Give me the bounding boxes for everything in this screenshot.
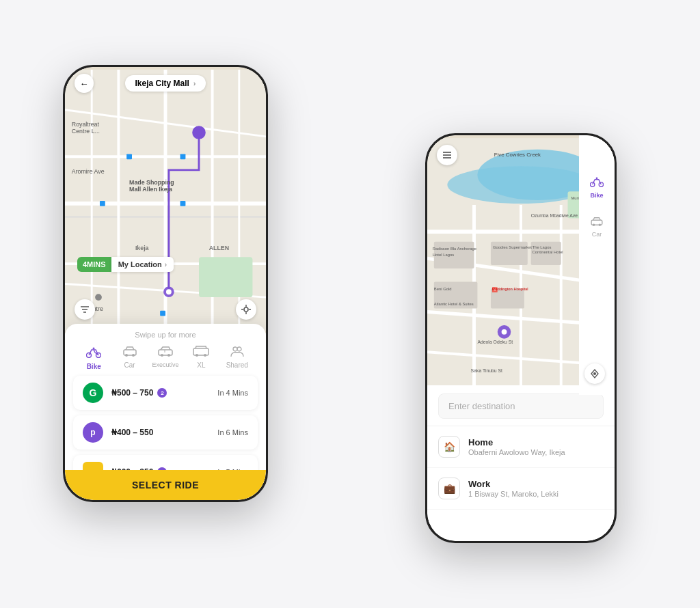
svg-rect-12 — [199, 257, 252, 297]
svg-point-44 — [132, 354, 135, 357]
svg-text:The Lagos: The Lagos — [533, 245, 552, 249]
svg-text:Centre L...: Centre L... — [72, 128, 100, 135]
destination-pill[interactable]: Ikeja City Mall › — [125, 75, 205, 92]
tab-car[interactable]: Car — [115, 346, 145, 370]
svg-point-47 — [167, 354, 170, 357]
sidebar-car-icon — [590, 215, 604, 230]
map-area-phone2: + Five Cowries Creek Ozumba Mbadiwe Ave … — [427, 135, 615, 395]
ride-eta-1: In 4 Mins — [217, 389, 248, 397]
chevron-icon: › — [193, 79, 196, 87]
work-info: Work 1 Bisway St, Maroko, Lekki — [468, 479, 558, 498]
svg-rect-45 — [159, 350, 172, 355]
tab-bike[interactable]: Bike — [79, 346, 109, 370]
svg-text:Continental Hotel: Continental Hotel — [533, 250, 563, 254]
svg-point-43 — [125, 354, 128, 357]
svg-point-93 — [596, 178, 598, 180]
provider-logo-p: p — [83, 422, 103, 443]
svg-rect-17 — [126, 154, 132, 159]
svg-text:Adeola Odeku St: Adeola Odeku St — [477, 340, 513, 344]
saved-location-work[interactable]: 💼 Work 1 Bisway St, Maroko, Lekki — [427, 468, 615, 510]
svg-point-96 — [599, 224, 602, 227]
phone-2: + Five Cowries Creek Ozumba Mbadiwe Ave … — [425, 133, 617, 543]
svg-point-46 — [161, 354, 163, 357]
ride-price-1: ₦500 – 750 2 — [111, 388, 209, 398]
tab-xl[interactable]: XL — [186, 346, 216, 370]
svg-text:ALLEN: ALLEN — [209, 245, 229, 252]
phone-1: Royaltreat Centre L... Aromire Ave Made … — [63, 65, 268, 502]
svg-text:Mall Allen Ikeja: Mall Allen Ikeja — [129, 186, 172, 193]
svg-point-53 — [237, 347, 241, 351]
saved-location-home[interactable]: 🏠 Home Obaferni Awolowo Way, Ikeja — [427, 426, 615, 468]
svg-text:Royaltreat: Royaltreat — [72, 121, 100, 128]
xl-icon — [193, 346, 209, 360]
ride-price-2: ₦400 – 550 — [111, 428, 209, 437]
svg-text:Five Cowries Creek: Five Cowries Creek — [494, 152, 541, 158]
hamburger-button[interactable] — [437, 145, 457, 165]
filter-icon[interactable] — [75, 299, 95, 320]
back-button[interactable]: ← — [75, 74, 94, 93]
ride-option-2[interactable]: p ₦400 – 550 In 6 Mins — [73, 415, 258, 450]
bottom-sheet-phone1: Swipe up for more Bike Car — [65, 324, 266, 500]
svg-rect-18 — [180, 154, 186, 159]
svg-point-50 — [196, 354, 198, 357]
svg-rect-49 — [193, 348, 208, 355]
svg-point-29 — [95, 294, 102, 301]
location-badge[interactable]: 4MINS My Location › — [77, 257, 174, 272]
sidebar-bike-icon — [590, 176, 604, 191]
mins-text: 4MINS — [77, 257, 111, 272]
my-location-text: My Location › — [111, 257, 174, 272]
sidebar-car-label: Car — [592, 231, 602, 238]
tab-car-label: Car — [124, 361, 135, 369]
svg-point-91 — [590, 182, 594, 186]
map-topbar: ← Ikeja City Mall › — [65, 75, 266, 92]
shared-icon — [230, 346, 245, 360]
svg-rect-20 — [180, 201, 186, 206]
badge-num-1: 2 — [157, 388, 167, 398]
gps-icon-phone2[interactable] — [584, 363, 605, 384]
map-area-phone1: Royaltreat Centre L... Aromire Ave Made … — [65, 67, 266, 333]
destination-text: Ikeja City Mall — [135, 79, 189, 88]
swipe-hint: Swipe up for more — [65, 324, 266, 343]
sidebar-tab-bike[interactable]: Bike — [590, 173, 604, 202]
ride-eta-2: In 6 Mins — [217, 428, 248, 437]
car-icon — [122, 346, 137, 360]
svg-point-41 — [93, 348, 95, 350]
select-ride-button[interactable]: SELECT RIDE — [65, 470, 266, 500]
tab-shared[interactable]: Shared — [222, 346, 252, 370]
svg-text:Reddington Hospital: Reddington Hospital — [492, 287, 528, 291]
tab-bike-label: Bike — [87, 363, 101, 370]
svg-text:Ozumba Mbadiwe Ave: Ozumba Mbadiwe Ave — [531, 213, 578, 218]
home-icon: 🏠 — [438, 436, 460, 458]
svg-text:Made Shopping: Made Shopping — [129, 179, 174, 186]
home-address: Obaferni Awolowo Way, Ikeja — [468, 448, 565, 456]
svg-text:Aromire Ave: Aromire Ave — [72, 168, 105, 175]
svg-point-34 — [244, 307, 248, 312]
work-address: 1 Bisway St, Maroko, Lekki — [468, 490, 558, 498]
svg-point-16 — [166, 289, 172, 294]
home-name: Home — [468, 437, 565, 447]
ride-option-1[interactable]: G ₦500 – 750 2 In 4 Mins — [73, 376, 258, 410]
bike-icon — [86, 346, 101, 361]
svg-rect-21 — [160, 311, 165, 316]
destination-input[interactable]: Enter destination — [438, 393, 604, 419]
svg-point-51 — [204, 354, 206, 357]
svg-rect-19 — [100, 201, 105, 206]
tab-executive[interactable]: Executive — [150, 346, 180, 370]
svg-point-90 — [593, 372, 596, 375]
gps-icon[interactable] — [236, 299, 256, 320]
provider-logo-g: G — [83, 383, 103, 403]
svg-text:Radisson Blu Anchorage: Radisson Blu Anchorage — [433, 247, 476, 251]
svg-point-71 — [502, 329, 507, 335]
svg-point-52 — [233, 347, 237, 351]
right-sidebar-phone2: Bike Car — [579, 135, 615, 395]
transport-tabs: Bike Car Executive — [65, 343, 266, 376]
executive-icon — [158, 346, 173, 360]
tab-executive-label: Executive — [152, 361, 178, 368]
svg-point-95 — [593, 224, 595, 227]
work-icon: 💼 — [438, 478, 460, 499]
sidebar-tab-car[interactable]: Car — [590, 212, 604, 240]
svg-text:Atlantic Hotel & Suites: Atlantic Hotel & Suites — [434, 302, 474, 306]
tab-shared-label: Shared — [226, 361, 248, 369]
bottom-sheet-phone2: Enter destination 🏠 Home Obaferni Awolow… — [427, 385, 615, 541]
svg-text:Hotel Lagos: Hotel Lagos — [433, 253, 454, 257]
